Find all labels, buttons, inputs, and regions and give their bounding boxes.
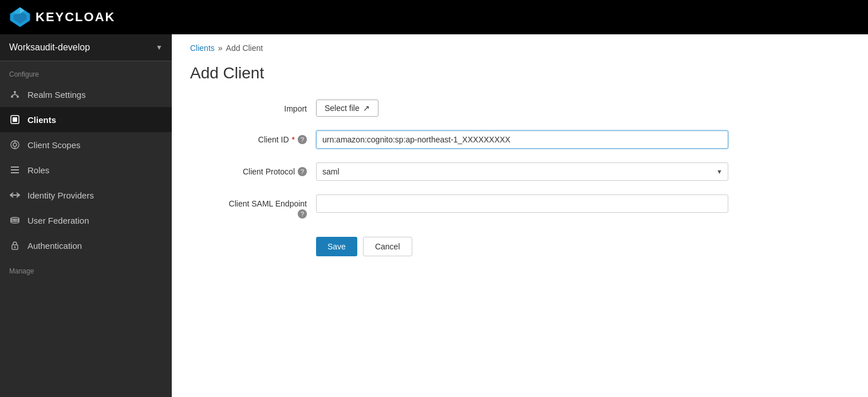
content-area: Clients » Add Client Add Client Import S… bbox=[172, 34, 868, 397]
client-protocol-label: Client Protocol ? bbox=[190, 162, 316, 176]
realm-selector[interactable]: Worksaudit-develop ▼ bbox=[0, 34, 172, 61]
client-id-help-icon[interactable]: ? bbox=[298, 135, 307, 144]
save-button[interactable]: Save bbox=[316, 237, 357, 256]
identity-providers-label: Identity Providers bbox=[27, 190, 94, 200]
svg-rect-11 bbox=[13, 117, 17, 122]
chevron-down-icon: ▼ bbox=[156, 43, 163, 51]
clients-label: Clients bbox=[27, 115, 56, 125]
client-saml-help-icon[interactable]: ? bbox=[298, 209, 307, 219]
cancel-button[interactable]: Cancel bbox=[363, 237, 412, 256]
authentication-icon bbox=[9, 240, 21, 251]
svg-line-8 bbox=[12, 94, 15, 96]
user-federation-label: User Federation bbox=[27, 216, 89, 225]
client-protocol-select[interactable]: saml openid-connect bbox=[316, 162, 728, 181]
logo-text: KEYCLOAK bbox=[35, 10, 115, 25]
configure-section-label: Configure bbox=[0, 61, 172, 82]
import-control: Select file ↗ bbox=[316, 100, 728, 117]
svg-point-22 bbox=[11, 221, 19, 223]
identity-providers-icon bbox=[9, 189, 21, 201]
breadcrumb-separator: » bbox=[218, 43, 223, 53]
client-protocol-select-wrap: saml openid-connect bbox=[316, 162, 728, 181]
breadcrumb: Clients » Add Client bbox=[172, 34, 868, 53]
svg-line-9 bbox=[15, 94, 18, 96]
client-protocol-help-icon[interactable]: ? bbox=[298, 167, 307, 176]
logo: KEYCLOAK bbox=[9, 6, 115, 28]
add-client-form: Import Select file ↗ Client ID * ? bbox=[172, 100, 868, 256]
client-scopes-label: Client Scopes bbox=[27, 140, 81, 150]
svg-marker-3 bbox=[14, 7, 20, 14]
client-id-row: Client ID * ? bbox=[190, 130, 850, 149]
sidebar-item-clients[interactable]: Clients bbox=[0, 107, 172, 132]
svg-point-6 bbox=[17, 96, 19, 98]
sidebar-item-user-federation[interactable]: User Federation bbox=[0, 208, 172, 233]
sidebar: Worksaudit-develop ▼ Configure Realm Set… bbox=[0, 34, 172, 397]
realm-settings-icon bbox=[9, 89, 21, 100]
client-protocol-row: Client Protocol ? saml openid-connect bbox=[190, 162, 850, 181]
client-id-input[interactable] bbox=[316, 130, 728, 149]
sidebar-item-identity-providers[interactable]: Identity Providers bbox=[0, 182, 172, 208]
client-id-control bbox=[316, 130, 728, 149]
client-protocol-control: saml openid-connect bbox=[316, 162, 728, 181]
manage-section-label: Manage bbox=[0, 258, 172, 279]
svg-point-4 bbox=[14, 91, 16, 93]
upload-icon: ↗ bbox=[363, 104, 370, 113]
client-id-label: Client ID * ? bbox=[190, 130, 316, 144]
roles-icon bbox=[9, 164, 21, 176]
sidebar-item-authentication[interactable]: Authentication bbox=[0, 233, 172, 258]
client-saml-endpoint-row: Client SAML Endpoint ? bbox=[190, 194, 850, 219]
svg-point-5 bbox=[11, 96, 13, 98]
import-row: Import Select file ↗ bbox=[190, 100, 850, 117]
realm-name: Worksaudit-develop bbox=[9, 42, 90, 53]
clients-icon bbox=[9, 114, 21, 125]
client-scopes-icon bbox=[9, 139, 21, 150]
client-saml-endpoint-control bbox=[316, 194, 728, 213]
sidebar-item-roles[interactable]: Roles bbox=[0, 157, 172, 182]
import-label: Import bbox=[190, 100, 316, 113]
breadcrumb-current: Add Client bbox=[226, 43, 263, 53]
client-saml-endpoint-label: Client SAML Endpoint ? bbox=[190, 194, 316, 219]
form-actions: Save Cancel bbox=[190, 232, 850, 256]
svg-point-13 bbox=[13, 143, 17, 146]
sidebar-item-realm-settings[interactable]: Realm Settings bbox=[0, 82, 172, 107]
page-title: Add Client bbox=[172, 53, 868, 100]
required-marker: * bbox=[292, 135, 295, 144]
svg-point-26 bbox=[14, 247, 16, 248]
realm-settings-label: Realm Settings bbox=[27, 90, 86, 100]
topbar: KEYCLOAK bbox=[0, 0, 868, 34]
logo-icon bbox=[9, 6, 31, 28]
authentication-label: Authentication bbox=[27, 241, 82, 251]
user-federation-icon bbox=[9, 215, 21, 226]
select-file-button[interactable]: Select file ↗ bbox=[316, 100, 378, 117]
sidebar-item-client-scopes[interactable]: Client Scopes bbox=[0, 132, 172, 157]
client-saml-endpoint-input[interactable] bbox=[316, 194, 728, 213]
breadcrumb-clients-link[interactable]: Clients bbox=[190, 43, 215, 53]
roles-label: Roles bbox=[27, 165, 49, 175]
